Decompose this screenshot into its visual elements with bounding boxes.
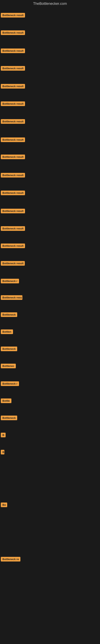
- site-title: TheBottlenecker.com: [0, 0, 100, 8]
- result-row: B: [1, 450, 4, 455]
- bottleneck-badge[interactable]: Bottleneck result: [1, 226, 25, 231]
- result-row: Bottleneck result: [1, 66, 25, 72]
- result-row: Bottleneck result: [1, 154, 25, 160]
- bottleneck-badge[interactable]: Bottleneck result: [1, 244, 25, 248]
- bottleneck-badge[interactable]: Bottleneck r: [1, 279, 19, 283]
- bottleneck-badge[interactable]: Bottleneck result: [1, 13, 25, 18]
- result-row: Bottleneck result: [1, 226, 25, 232]
- site-header: TheBottlenecker.com: [0, 0, 100, 8]
- result-row: Bottleneck result: [1, 119, 25, 124]
- result-row: Bottleneck result: [1, 13, 25, 18]
- bottleneck-badge[interactable]: Bottlen: [1, 330, 13, 334]
- result-row: Bottleneck r: [1, 279, 19, 284]
- result-row: B: [1, 433, 6, 438]
- bottleneck-badge[interactable]: Bottleneck r: [1, 381, 19, 386]
- bottleneck-badge[interactable]: Bottleneck result: [1, 190, 25, 195]
- result-row: Bottleneck result: [1, 209, 25, 214]
- bottleneck-badge[interactable]: Bottleneck result: [1, 84, 25, 88]
- bottleneck-badge[interactable]: Bottleneck: [1, 346, 17, 351]
- result-row: Bottleneck result: [1, 84, 25, 89]
- bottleneck-badge[interactable]: Bottleneck re: [1, 557, 20, 562]
- result-row: Bottleneck result: [1, 244, 25, 249]
- bottleneck-badge[interactable]: Bottleneck result: [1, 119, 25, 124]
- bottleneck-badge[interactable]: Bottleneck result: [1, 261, 25, 266]
- result-row: Bottleneck result: [1, 102, 25, 107]
- bottleneck-badge[interactable]: Bo: [1, 502, 7, 507]
- bottleneck-badge[interactable]: Bottlenec: [1, 364, 16, 368]
- result-row: Bottleneck result: [1, 190, 25, 196]
- result-row: Bottlenec: [1, 364, 16, 369]
- result-row: Bo: [1, 502, 7, 508]
- result-row: Bottleneck: [1, 312, 17, 318]
- bottleneck-badge[interactable]: Bottleneck result: [1, 66, 25, 71]
- bottleneck-badge[interactable]: Bottleneck result: [1, 30, 25, 35]
- result-row: Bottle: [1, 398, 11, 404]
- result-row: Bottleneck result: [1, 261, 25, 266]
- bottleneck-badge[interactable]: Bottle: [1, 398, 11, 403]
- bottleneck-badge[interactable]: B: [1, 450, 4, 454]
- result-row: Bottleneck resu: [1, 295, 22, 301]
- bottleneck-badge[interactable]: Bottleneck result: [1, 102, 25, 106]
- bottleneck-badge[interactable]: Bottleneck result: [1, 173, 25, 178]
- bottleneck-badge[interactable]: Bottleneck: [1, 312, 17, 317]
- bottleneck-badge[interactable]: B: [1, 433, 6, 437]
- result-row: Bottleneck result: [1, 138, 25, 143]
- result-row: Bottleneck result: [1, 173, 25, 178]
- bottleneck-badge[interactable]: Bottleneck result: [1, 154, 25, 159]
- results-container: Bottleneck resultBottleneck resultBottle…: [0, 8, 100, 642]
- result-row: Bottleneck result: [1, 48, 25, 54]
- result-row: Bottleneck: [1, 416, 17, 421]
- bottleneck-badge[interactable]: Bottleneck: [1, 416, 17, 420]
- result-row: Bottleneck r: [1, 381, 19, 387]
- result-row: Bottleneck: [1, 346, 17, 352]
- bottleneck-badge[interactable]: Bottleneck result: [1, 209, 25, 213]
- bottleneck-badge[interactable]: Bottleneck result: [1, 48, 25, 53]
- bottleneck-badge[interactable]: Bottleneck resu: [1, 295, 22, 300]
- result-row: Bottleneck re: [1, 557, 20, 562]
- bottleneck-badge[interactable]: Bottleneck result: [1, 138, 25, 142]
- result-row: Bottleneck result: [1, 30, 25, 36]
- result-row: Bottlen: [1, 330, 13, 335]
